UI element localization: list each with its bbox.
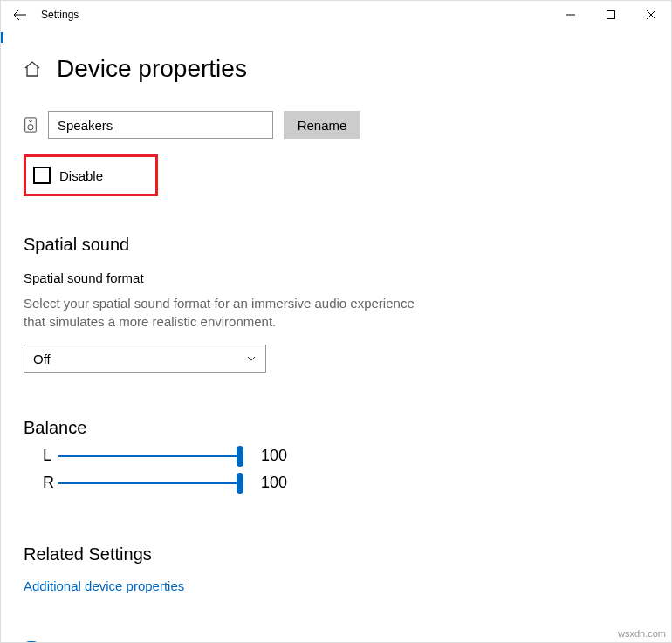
close-button[interactable] [631, 1, 671, 29]
back-button[interactable] [8, 3, 32, 27]
spatial-format-dropdown[interactable]: Off [24, 345, 266, 373]
related-settings-heading: Related Settings [24, 544, 648, 564]
maximize-icon [607, 10, 615, 19]
back-arrow-icon [13, 8, 27, 22]
left-balance-slider[interactable] [58, 448, 243, 465]
right-balance-value: 100 [261, 474, 287, 492]
additional-properties-link[interactable]: Additional device properties [24, 578, 184, 593]
titlebar: Settings [1, 1, 671, 29]
rename-button[interactable]: Rename [284, 111, 360, 139]
spatial-help-text: Select your spatial sound format for an … [24, 294, 425, 331]
balance-left-row: L 100 [24, 447, 648, 465]
slider-thumb[interactable] [237, 473, 243, 494]
home-icon[interactable] [24, 60, 41, 78]
balance-right-row: R 100 [24, 474, 648, 492]
spatial-sound-heading: Spatial sound [24, 235, 648, 255]
speaker-icon [24, 117, 38, 133]
page-header: Device properties [24, 55, 648, 83]
rename-row: Rename [24, 111, 648, 139]
spatial-format-label: Spatial sound format [24, 270, 648, 285]
dropdown-value: Off [33, 352, 51, 366]
disable-label: Disable [59, 168, 103, 183]
device-name-input[interactable] [48, 111, 273, 139]
watermark: wsxdn.com [618, 628, 666, 639]
slider-track [58, 482, 243, 484]
maximize-button[interactable] [591, 1, 631, 29]
minimize-icon [566, 10, 575, 19]
page-title: Device properties [57, 55, 247, 83]
slider-thumb[interactable] [237, 446, 243, 467]
window-controls [551, 1, 671, 29]
right-channel-label: R [24, 474, 58, 492]
svg-point-6 [28, 125, 33, 130]
close-icon [647, 10, 655, 19]
balance-heading: Balance [24, 418, 648, 438]
left-channel-label: L [24, 447, 58, 465]
disable-checkbox[interactable] [33, 167, 51, 184]
minimize-button[interactable] [551, 1, 591, 29]
slider-track [58, 455, 243, 457]
svg-rect-1 [607, 11, 615, 19]
chevron-down-icon [246, 353, 257, 364]
left-balance-value: 100 [261, 447, 287, 465]
accent-bar [1, 32, 3, 43]
disable-highlight-box: Disable [24, 154, 158, 196]
svg-point-5 [30, 120, 32, 122]
window-title: Settings [41, 9, 79, 21]
right-balance-slider[interactable] [58, 475, 243, 492]
